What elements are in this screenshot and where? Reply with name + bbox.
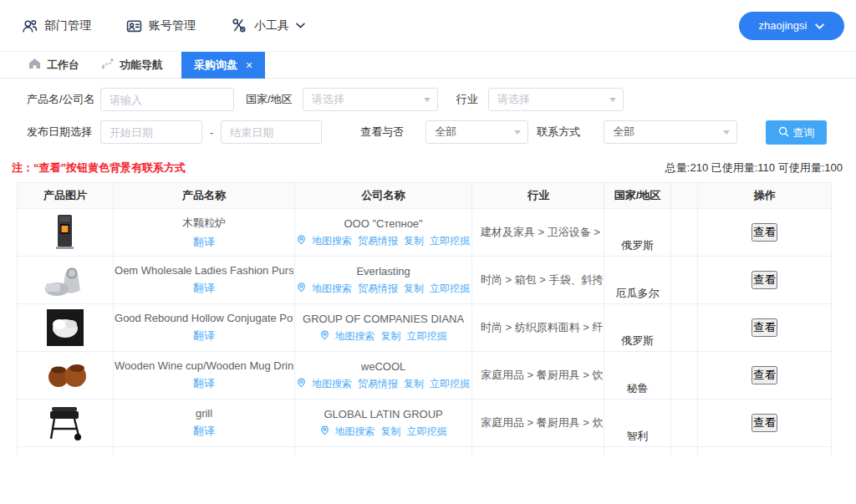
dig-now-link[interactable]: 立即挖掘 — [407, 329, 447, 344]
map-search-link[interactable]: 地图搜索 — [312, 377, 352, 391]
spacer-cell — [671, 257, 698, 303]
dig-now-link[interactable]: 立即挖掘 — [430, 234, 470, 248]
caret-down-icon — [424, 98, 431, 102]
filter-row-2: 发布日期选择 - 查看与否 全部 联系方式 全部 — [27, 120, 756, 144]
country-select-value: 请选择 — [312, 92, 344, 107]
trade-intel-link[interactable]: 贸易情报 — [358, 234, 398, 248]
usage-stats: 总量:210 已使用量:110 可使用量:100 — [665, 160, 843, 176]
nav-item-department[interactable]: 部门管理 — [22, 18, 91, 33]
product-name: grill — [196, 407, 212, 420]
spacer-cell — [671, 352, 698, 399]
date-separator: - — [210, 126, 213, 139]
table-header: 产品图片 产品名称 公司名称 行业 国家/地区 操作 — [18, 183, 831, 209]
view-button[interactable]: 查看 — [752, 414, 777, 432]
product-name: 木颗粒炉 — [182, 216, 226, 231]
dig-now-link[interactable]: 立即挖掘 — [430, 377, 470, 391]
home-icon — [28, 58, 41, 72]
nav-item-label: 小工具 — [254, 18, 289, 33]
industry-path: 家庭用品 > 餐厨用具 > 炊... — [472, 400, 604, 446]
contact-label: 联系方式 — [537, 125, 580, 140]
tab-label: 功能导航 — [120, 58, 163, 73]
viewed-select[interactable]: 全部 — [425, 120, 528, 144]
view-button[interactable]: 查看 — [752, 223, 777, 242]
route-icon — [101, 58, 114, 72]
country-select[interactable]: 请选择 — [303, 88, 438, 111]
tab-func-nav[interactable]: 功能导航 — [98, 52, 166, 79]
header-industry: 行业 — [472, 183, 604, 208]
inquiry-table: 产品图片 产品名称 公司名称 行业 国家/地区 操作 木颗粒炉 翻译 OOO "… — [17, 182, 832, 456]
purchase-inquiry-page: 部门管理 账号管理 小工具 — [0, 0, 856, 504]
end-date-input[interactable] — [221, 120, 322, 144]
map-search-link[interactable]: 地图搜索 — [335, 329, 375, 344]
header-country: 国家/地区 — [604, 183, 672, 208]
contact-highlight: 查看 — [752, 271, 777, 289]
contact-highlight: 查看 — [752, 414, 777, 432]
industry-select[interactable]: 请选择 — [488, 88, 624, 111]
location-pin-icon — [297, 378, 306, 390]
spacer-cell — [671, 400, 698, 446]
location-pin-icon — [320, 425, 329, 438]
industry-label: 行业 — [456, 92, 478, 107]
header-product-name: 产品名称 — [114, 183, 296, 208]
copy-link[interactable]: 复制 — [404, 234, 424, 248]
country-flag — [626, 355, 648, 377]
nav-item-account[interactable]: 账号管理 — [126, 18, 196, 33]
nav-item-tools[interactable]: 小工具 — [231, 18, 305, 33]
country-name: 智利 — [626, 429, 648, 444]
map-search-link[interactable]: 地图搜索 — [312, 234, 352, 248]
industry-select-value: 请选择 — [497, 92, 530, 107]
view-button[interactable]: 查看 — [752, 318, 777, 337]
search-icon — [778, 126, 789, 140]
view-button[interactable]: 查看 — [752, 271, 777, 289]
company-name: GLOBAL LATIN GROUP — [324, 408, 442, 420]
industry-path: 家庭用品 > 餐厨用具 > 饮... — [472, 352, 604, 399]
location-pin-icon — [297, 235, 306, 247]
header-product-image: 产品图片 — [18, 183, 114, 208]
table-row: Wooden Wine cup/Wooden Mug Drinking 翻译 w… — [18, 352, 831, 400]
top-navbar: 部门管理 账号管理 小工具 — [0, 0, 856, 52]
dig-now-link[interactable]: 立即挖掘 — [407, 425, 447, 439]
search-button[interactable]: 查询 — [766, 120, 827, 145]
translate-link[interactable]: 翻译 — [193, 328, 215, 344]
dig-now-link[interactable]: 立即挖掘 — [430, 282, 470, 296]
product-name-input[interactable] — [100, 88, 234, 111]
trade-intel-link[interactable]: 贸易情报 — [358, 377, 398, 391]
start-date-input[interactable] — [100, 120, 202, 144]
caret-down-icon — [514, 130, 521, 135]
industry-path: 建材及家具 > 卫浴设备 > ... — [472, 209, 604, 256]
nav-item-label: 账号管理 — [149, 18, 196, 33]
product-image-fiber — [18, 304, 114, 351]
copy-link[interactable]: 复制 — [404, 282, 424, 296]
translate-link[interactable]: 翻译 — [193, 376, 215, 391]
country-flag — [626, 308, 648, 329]
map-search-link[interactable]: 地图搜索 — [335, 425, 375, 439]
country-name: 厄瓜多尔 — [615, 286, 659, 301]
tab-purchase-inquiry[interactable]: 采购询盘 × — [181, 52, 265, 79]
table-row: grill 翻译 GLOBAL LATIN GROUP 地图搜索 复制 立即挖掘… — [18, 400, 831, 447]
tab-label: 工作台 — [47, 58, 79, 73]
header-company-name: 公司名称 — [295, 183, 472, 208]
copy-link[interactable]: 复制 — [381, 425, 401, 439]
id-card-icon — [126, 18, 142, 33]
copy-link[interactable]: 复制 — [404, 377, 424, 391]
view-button[interactable]: 查看 — [752, 366, 777, 384]
product-name-label: 产品名/公司名 — [27, 92, 100, 107]
copy-link[interactable]: 复制 — [381, 329, 401, 344]
header-operation: 操作 — [698, 183, 831, 208]
tab-bar: 工作台 功能导航 采购询盘 × — [0, 52, 856, 79]
contact-highlight: 查看 — [752, 223, 777, 242]
company-name: weCOOL — [361, 360, 405, 373]
trade-intel-link[interactable]: 贸易情报 — [358, 282, 398, 296]
contact-select[interactable]: 全部 — [604, 120, 737, 144]
country-flag — [626, 260, 648, 282]
translate-link[interactable]: 翻译 — [193, 235, 215, 250]
close-icon[interactable]: × — [246, 59, 252, 71]
location-pin-icon — [297, 283, 306, 295]
caret-down-icon — [609, 98, 616, 102]
user-menu-button[interactable]: zhaojingsi — [739, 12, 844, 40]
translate-link[interactable]: 翻译 — [193, 424, 215, 439]
map-search-link[interactable]: 地图搜索 — [312, 282, 352, 296]
tab-workbench[interactable]: 工作台 — [25, 52, 83, 79]
product-image-pellet-stove — [18, 209, 114, 256]
translate-link[interactable]: 翻译 — [193, 281, 215, 296]
